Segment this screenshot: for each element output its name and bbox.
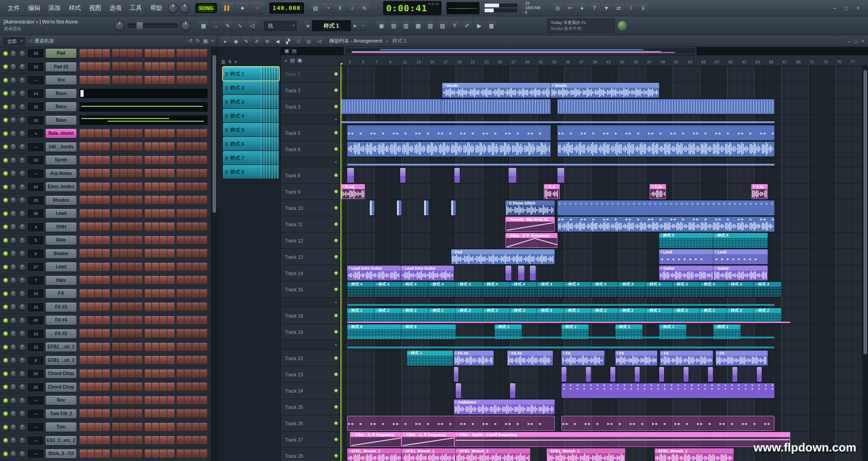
step-cell[interactable] [160, 409, 167, 418]
scrollbar-thumb[interactable] [212, 55, 216, 213]
channel-volume-knob[interactable] [19, 197, 26, 204]
step-cell[interactable] [87, 209, 94, 218]
step-cell[interactable] [152, 316, 159, 325]
track-header-collapsed[interactable]: ▾ [281, 157, 340, 167]
step-cell[interactable] [87, 169, 94, 178]
select-tool-icon[interactable]: □ [294, 37, 303, 46]
step-cell[interactable] [184, 196, 192, 204]
step-cell[interactable] [87, 62, 94, 71]
clip-p-eq[interactable]: ✎P..eq [340, 184, 365, 199]
step-cell[interactable] [80, 223, 87, 231]
pl-menu-icon[interactable]: ▸ [221, 37, 230, 46]
clip--2[interactable]: ≡样式 2 [618, 308, 646, 323]
step-cell[interactable] [184, 436, 192, 445]
clip[interactable] [557, 168, 564, 183]
clip--4[interactable]: ≡样式 4 [646, 282, 673, 297]
step-cell[interactable] [80, 303, 87, 311]
pattern-item-3[interactable]: ≣样式 3 [223, 95, 279, 109]
step-cell[interactable] [127, 223, 135, 231]
step-cell[interactable] [160, 450, 167, 458]
scrollbar-thumb[interactable] [863, 70, 867, 355]
channel-pan-knob[interactable] [10, 117, 17, 124]
track-mute-led[interactable] [335, 174, 338, 177]
step-cell[interactable] [145, 249, 152, 258]
clip[interactable] [586, 367, 591, 382]
track-mute-led[interactable] [335, 255, 338, 258]
step-cell[interactable] [120, 183, 127, 191]
step-cell[interactable] [152, 209, 159, 218]
typing-keyboard-icon[interactable]: ▤ [310, 3, 321, 13]
step-cell[interactable] [87, 290, 94, 298]
step-cell[interactable] [103, 156, 110, 165]
channel-pan-knob[interactable] [10, 184, 17, 190]
pattern-item-5[interactable]: ≣样式 5 [223, 123, 279, 137]
track-header-collapsed[interactable]: ▾ [281, 298, 340, 308]
track-mute-led[interactable] [335, 356, 338, 360]
clip--5[interactable]: ≡样式 5 [713, 233, 768, 248]
news-box[interactable]: Today 有更新的 FL Studio 版本可用! [547, 19, 615, 33]
main-volume-knob[interactable] [168, 3, 178, 13]
clip-efb1-woosh-1[interactable]: »EFB1_Woosh_1 [655, 448, 734, 461]
step-cell[interactable] [103, 62, 110, 71]
step-cell[interactable] [200, 263, 207, 271]
step-cell[interactable] [145, 183, 152, 191]
menu-item-7[interactable]: 帮助 [146, 0, 166, 16]
channel-volume-knob[interactable] [19, 384, 26, 390]
step-cell[interactable] [200, 383, 207, 391]
track-header-track-10[interactable]: Track 10 [281, 200, 340, 216]
shuffle-knob[interactable] [115, 21, 125, 31]
step-cell[interactable] [192, 169, 199, 178]
step-cell[interactable] [152, 290, 159, 298]
clip-efb1-woosh-1[interactable]: »EFB1_Woosh_1 [547, 448, 625, 461]
step-cell[interactable] [192, 62, 199, 71]
step-cell[interactable] [120, 223, 127, 231]
track-mute-led[interactable] [335, 206, 338, 209]
step-cell[interactable] [152, 329, 159, 338]
clip-pad[interactable]: »Pad [451, 249, 555, 264]
step-cell[interactable] [200, 76, 207, 85]
step-cell[interactable] [80, 436, 87, 445]
playlist-vertical-scrollbar[interactable] [862, 66, 868, 461]
step-cell[interactable] [80, 49, 87, 58]
step-cell[interactable] [87, 76, 94, 85]
master-volume-slider[interactable] [127, 24, 178, 28]
step-cell[interactable] [112, 396, 119, 405]
step-cell[interactable] [184, 143, 192, 151]
step-cell[interactable] [160, 156, 167, 165]
step-cell[interactable] [112, 129, 119, 138]
step-cell[interactable] [152, 356, 159, 365]
step-cell[interactable] [127, 209, 135, 218]
clip-vocals[interactable]: »Vocals [442, 83, 551, 98]
step-cell[interactable] [120, 396, 127, 405]
channel-volume-knob[interactable] [19, 170, 26, 177]
export-icon[interactable]: ⇄ [613, 3, 624, 13]
clip--2[interactable]: ≡样式 2 [646, 308, 673, 323]
step-cell[interactable] [95, 223, 102, 231]
step-cell[interactable] [120, 276, 127, 285]
step-cell[interactable] [127, 49, 135, 58]
channel-volume-knob[interactable] [19, 130, 26, 137]
clip--4[interactable]: ≡样式 4 [727, 282, 754, 297]
channel-button-bass[interactable]: Bass [46, 116, 76, 125]
step-cell[interactable] [167, 276, 175, 285]
step-cell[interactable] [177, 209, 184, 218]
step-cell[interactable] [167, 49, 175, 58]
channel-volume-knob[interactable] [19, 50, 26, 57]
channel-enable-led[interactable] [4, 332, 8, 336]
step-cell[interactable] [177, 183, 184, 191]
track-mute-led[interactable] [335, 131, 338, 134]
glue-icon[interactable]: ∿ [235, 21, 245, 31]
step-cell[interactable] [95, 370, 102, 378]
track-mute-led[interactable] [335, 271, 338, 275]
step-cell[interactable] [160, 129, 167, 138]
step-cell[interactable] [184, 263, 192, 271]
step-cell[interactable] [167, 356, 175, 365]
step-cell[interactable] [80, 343, 87, 352]
step-cell[interactable] [160, 143, 167, 151]
step-cell[interactable] [120, 370, 127, 378]
step-cell[interactable] [145, 263, 152, 271]
clip-fx[interactable]: »FX [615, 351, 657, 366]
step-cell[interactable] [120, 169, 127, 178]
playlist-maximize-button[interactable]: □ [854, 38, 858, 44]
step-cell[interactable] [167, 329, 175, 338]
